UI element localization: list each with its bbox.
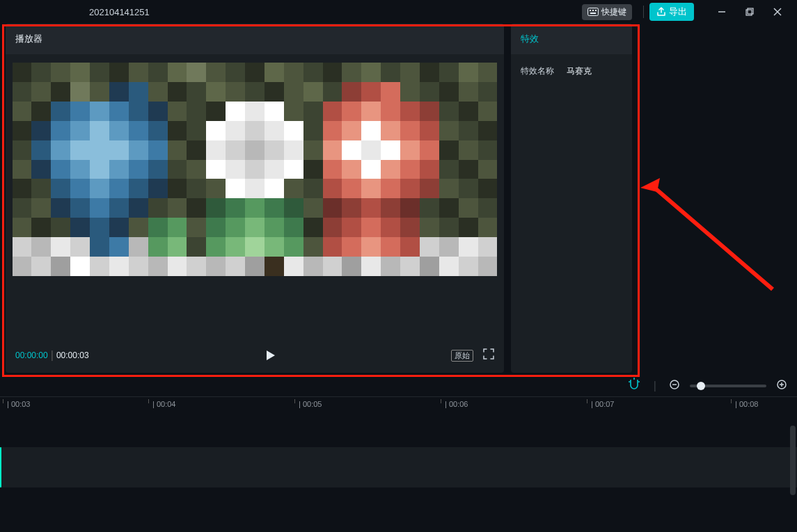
svg-rect-6 [746, 10, 752, 15]
ruler-tick: | 00:06 [442, 400, 468, 408]
svg-rect-7 [748, 8, 753, 14]
zoom-out-button[interactable] [669, 379, 680, 393]
maximize-button[interactable] [736, 0, 764, 24]
magnet-button[interactable] [627, 378, 641, 394]
playhead-time: 00:00:00 [15, 350, 48, 360]
ruler-tick: | 00:04 [150, 400, 175, 408]
timeline-tracks[interactable] [0, 447, 797, 532]
ruler-tick: | 00:07 [588, 400, 614, 408]
fullscreen-icon [483, 348, 494, 360]
minimize-button[interactable] [708, 0, 736, 24]
close-icon [773, 8, 782, 16]
zoom-out-icon [669, 379, 680, 390]
player-preview[interactable] [6, 54, 504, 338]
close-button[interactable] [764, 0, 791, 24]
zoom-in-icon [776, 379, 787, 390]
effect-name-label: 特效名称 [521, 65, 554, 77]
vertical-scrollbar[interactable] [790, 426, 796, 495]
zoom-slider[interactable] [690, 385, 766, 387]
fullscreen-button[interactable] [483, 348, 494, 362]
ruler-tick: | 00:08 [732, 400, 758, 408]
svg-marker-10 [267, 350, 275, 360]
keyboard-icon [587, 8, 599, 16]
svg-rect-3 [595, 10, 597, 11]
video-track[interactable] [0, 447, 797, 487]
effects-header[interactable]: 特效 [511, 24, 632, 54]
preview-mosaic [13, 63, 498, 276]
separator [643, 6, 644, 18]
play-button[interactable] [262, 347, 278, 364]
zoom-in-button[interactable] [776, 379, 787, 393]
ruler-tick: | 00:03 [4, 400, 30, 408]
svg-rect-4 [590, 13, 596, 14]
effects-panel: 特效 特效名称 马赛克 [511, 24, 632, 373]
ruler-tick: | 00:05 [296, 400, 322, 408]
export-icon [656, 7, 666, 17]
export-label: 导出 [669, 6, 687, 18]
maximize-icon [745, 8, 754, 16]
duration-time: 00:00:03 [56, 350, 89, 360]
timeline-ruler[interactable]: | 00:03| 00:04| 00:05| 00:06| 00:07| 00:… [0, 396, 797, 415]
svg-rect-2 [592, 10, 594, 11]
clip[interactable] [0, 447, 1, 487]
magnet-icon [627, 378, 641, 392]
svg-rect-0 [588, 8, 599, 16]
ratio-button[interactable]: 原始 [451, 350, 473, 362]
hotkeys-label: 快捷键 [601, 6, 626, 18]
effect-name-value: 马赛克 [567, 65, 592, 77]
hotkeys-button[interactable]: 快捷键 [582, 4, 632, 20]
zoom-thumb[interactable] [697, 382, 705, 390]
time-separator: | [51, 349, 54, 362]
player-header: 播放器 [6, 24, 504, 54]
minimize-icon [718, 8, 726, 16]
player-panel: 播放器 00:00:00 | 00:00:03 原始 [6, 24, 504, 373]
svg-rect-1 [590, 10, 591, 11]
project-name: 202104141251 [89, 7, 150, 17]
export-button[interactable]: 导出 [649, 3, 694, 21]
play-icon [265, 350, 276, 361]
